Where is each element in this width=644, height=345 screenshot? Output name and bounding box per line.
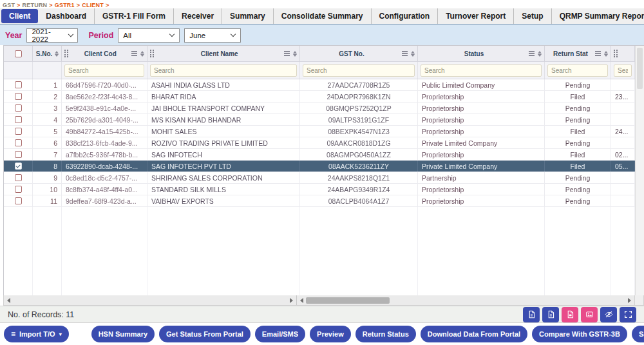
column-header-code[interactable]: Client Cod [62, 46, 147, 61]
row-checkbox[interactable] [15, 93, 22, 100]
column-header-extra[interactable] [611, 46, 635, 61]
column-grip-icon[interactable] [64, 50, 68, 58]
row-checkbox[interactable] [15, 128, 22, 135]
search-input-extra[interactable] [614, 64, 632, 77]
select-all-checkbox[interactable] [15, 50, 22, 57]
table-row[interactable]: 35e9f2438-e91c-4a0e-...JAI BHOLE TRANSPO… [4, 103, 644, 114]
table-row[interactable]: 863922890-dcab-4248-...SAG INFOTECH PVT … [4, 161, 644, 172]
compare-with-gstr-3b-button[interactable]: Compare With GSTR-3B [532, 326, 627, 342]
tab-summary[interactable]: Summary [222, 8, 274, 24]
cell-text-gst: 08AGMPG0450A1ZZ [327, 151, 391, 159]
grid-search-row [4, 62, 644, 79]
download-data-from-portal-button[interactable]: Download Data From Portal [421, 326, 527, 342]
sort-icon[interactable] [140, 51, 144, 57]
column-grip-icon[interactable] [614, 50, 618, 58]
vertical-scrollbar-thumb[interactable] [637, 48, 643, 89]
horizontal-scrollbar-thumb[interactable] [306, 297, 390, 304]
cell-extra: 23... [611, 91, 635, 102]
row-checkbox[interactable] [15, 116, 22, 123]
return-status-button[interactable]: Return Status [355, 326, 416, 342]
email-sms-button[interactable]: Email/SMS [255, 326, 305, 342]
get-status-from-portal-button[interactable]: Get Status From Portal [159, 326, 251, 342]
tab-gstr-1-fill-form[interactable]: GSTR-1 Fill Form [95, 8, 174, 24]
scroll-right-icon[interactable] [628, 298, 631, 303]
year-select[interactable]: 2021-2022 [26, 28, 78, 43]
tab-qrmp-summary-report[interactable]: QRMP Summary Report [552, 8, 644, 24]
column-header-name[interactable]: Client Name [147, 46, 300, 61]
tab-setup[interactable]: Setup [514, 8, 551, 24]
row-checkbox[interactable] [15, 197, 22, 204]
breadcrumb-item-return[interactable]: RETURN [23, 2, 48, 8]
cell-checkbox [4, 79, 33, 90]
column-menu-icon[interactable] [131, 51, 137, 56]
export-image-button[interactable] [581, 307, 598, 322]
vertical-scrollbar[interactable] [635, 46, 644, 295]
scroll-left-icon[interactable] [7, 298, 10, 303]
table-row[interactable]: 7a7fbb2c5-936f-478b-b...SAG INFOTECH08AG… [4, 149, 644, 161]
row-checkbox[interactable] [15, 81, 22, 88]
column-header-gst[interactable]: GST No. [300, 46, 418, 61]
table-row[interactable]: 28ae562e2-f23f-4c43-8...BHARAT RIDA24DAO… [4, 91, 644, 103]
sort-icon[interactable] [538, 51, 542, 57]
column-grip-icon[interactable] [150, 50, 154, 58]
breadcrumb-item-gstr1[interactable]: GSTR1 [55, 2, 75, 8]
breadcrumb-item-gst[interactable]: GST [3, 2, 15, 8]
save-button[interactable]: Save [632, 326, 644, 342]
export-doc-button[interactable] [523, 307, 540, 322]
row-checkbox[interactable] [15, 174, 22, 181]
scroll-right-icon[interactable] [290, 298, 293, 303]
tab-dashboard[interactable]: Dashboard [38, 8, 95, 24]
search-input-code[interactable] [64, 64, 144, 77]
sort-icon[interactable] [411, 51, 415, 57]
table-row[interactable]: 6838cf213-6fcb-4ade-9...ROZIVO TRADING P… [4, 137, 644, 149]
horizontal-scrollbar-frozen[interactable] [4, 295, 297, 305]
search-input-rstat[interactable] [547, 64, 608, 77]
import-to-button[interactable]: ≡ Import T/O ▾ [4, 326, 69, 342]
table-row[interactable]: 425b7629d-a301-4049-...M/S KISAN KHAD BH… [4, 114, 644, 126]
column-header-status[interactable]: Status [418, 46, 545, 61]
row-checkbox[interactable] [15, 139, 22, 146]
export-pdf-button[interactable] [562, 307, 578, 322]
row-checkbox[interactable] [15, 104, 22, 112]
fullscreen-button[interactable] [620, 307, 636, 322]
table-row[interactable]: 166d47596-f720-40d0-...ASAHI INDIA GLASS… [4, 79, 644, 91]
row-checkbox[interactable] [15, 151, 22, 158]
period-select[interactable]: All [118, 28, 180, 43]
sort-icon[interactable] [293, 51, 297, 57]
tab-client[interactable]: Client [1, 9, 38, 23]
tab-configuration[interactable]: Configuration [372, 8, 439, 24]
hsn-summary-button[interactable]: HSN Summary [91, 326, 155, 342]
sort-icon[interactable] [604, 51, 608, 57]
tab-turnover-report[interactable]: Turnover Report [438, 8, 514, 24]
cell-sno: 5 [33, 126, 62, 137]
month-select[interactable]: June [184, 28, 241, 43]
column-menu-icon[interactable] [402, 51, 408, 56]
horizontal-scrollbar-main[interactable] [297, 295, 634, 305]
scroll-left-icon[interactable] [300, 298, 303, 303]
column-label-name: Client Name [156, 50, 283, 57]
toggle-columns-button[interactable] [600, 307, 617, 322]
preview-button[interactable]: Preview [310, 326, 351, 342]
search-input-status[interactable] [421, 64, 542, 77]
table-row[interactable]: 90c8ed18c-d5c2-4757-...SHRIRANG SALES CO… [4, 172, 644, 184]
row-checkbox[interactable] [15, 186, 22, 193]
table-row[interactable]: 108c8fb374-a48f-4ff4-a0...STANDARD SILK … [4, 184, 644, 195]
search-input-name[interactable] [150, 64, 297, 77]
cell-rstat: Pending [545, 172, 611, 183]
sort-icon[interactable] [55, 51, 59, 57]
column-menu-icon[interactable] [595, 51, 601, 56]
column-menu-icon[interactable] [284, 51, 290, 56]
row-checkbox[interactable] [15, 163, 22, 170]
table-row[interactable]: 119deffea7-68f9-423d-a...VAIBHAV EXPORTS… [4, 195, 644, 207]
column-header-sno[interactable]: S.No. [33, 46, 62, 61]
export-csv-button[interactable] [542, 307, 559, 322]
tab-consolidate-summary[interactable]: Consolidate Summary [274, 8, 372, 24]
table-row[interactable]: 549b84272-4a15-425b-...MOHIT SALES08BEXP… [4, 126, 644, 137]
cell-code: 8c8fb374-a48f-4ff4-a0... [62, 184, 147, 195]
cell-status: Private Limited Company [418, 161, 545, 172]
column-header-rstat[interactable]: Return Stat [545, 46, 611, 61]
column-menu-icon[interactable] [529, 51, 535, 56]
search-input-gst[interactable] [303, 64, 415, 77]
tab-receiver[interactable]: Receiver [174, 8, 222, 24]
breadcrumb-item-client[interactable]: CLIENT [82, 2, 104, 8]
